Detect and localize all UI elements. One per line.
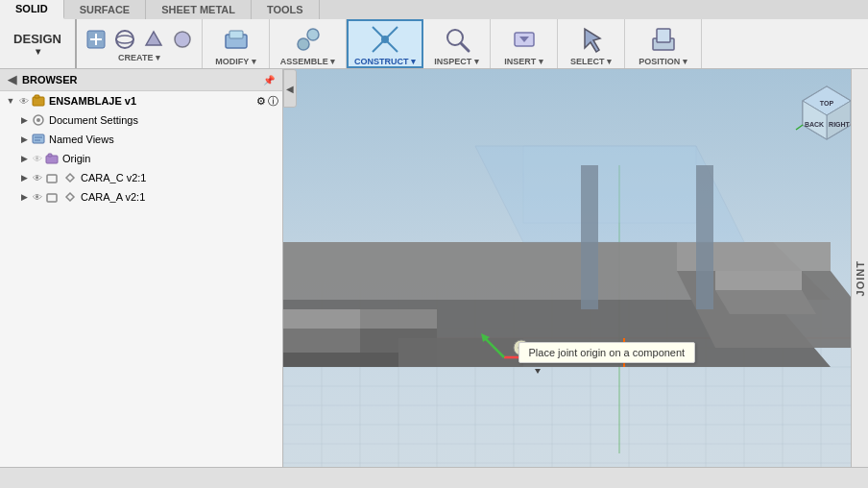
doc-settings-icon	[31, 112, 46, 128]
origin-eye[interactable]: 👁	[31, 154, 44, 164]
cara-c-icon1	[44, 170, 60, 185]
browser-header: ◀ BROWSER 📌	[0, 69, 282, 91]
root-settings[interactable]: ⚙	[256, 95, 266, 108]
select-icon-1[interactable]	[574, 22, 609, 57]
cara-c-label: CARA_C v2:1	[81, 172, 278, 183]
tab-surface[interactable]: SURFACE	[64, 0, 147, 19]
create-icon-4[interactable]	[169, 26, 196, 53]
named-views-label: Named Views	[49, 134, 278, 145]
design-label: DESIGN	[13, 32, 61, 46]
svg-line-96	[796, 125, 803, 130]
mode-tabs-bar: SOLID SURFACE SHEET METAL TOOLS	[0, 0, 868, 19]
svg-text:RIGHT: RIGHT	[829, 121, 851, 128]
create-icon-1[interactable]	[83, 26, 109, 53]
assemble-icons	[291, 22, 326, 57]
inspect-icon-1[interactable]	[440, 22, 474, 57]
modify-icons	[219, 22, 253, 57]
modify-icon-1[interactable]	[219, 22, 253, 57]
assemble-label[interactable]: ASSEMBLE	[280, 57, 336, 66]
browser-collapse-btn[interactable]: ◀	[8, 73, 16, 86]
tree-item-named-views[interactable]: ▶ Named Views	[0, 130, 282, 149]
doc-settings-label: Document Settings	[49, 114, 278, 126]
left-panel-collapse[interactable]: ◀	[283, 69, 297, 108]
assemble-group[interactable]: ASSEMBLE	[270, 19, 347, 68]
browser-pin-btn[interactable]: 📌	[263, 75, 275, 85]
tab-sheet-metal[interactable]: SHEET METAL	[146, 0, 252, 19]
tree-item-root[interactable]: ▼ 👁 ENSAMBLAJE v1 ⚙ ⓘ	[0, 91, 282, 110]
cara-a-icon1	[44, 189, 60, 205]
tree-item-cara-a[interactable]: ▶ 👁 CARA_A v2:1	[0, 187, 282, 207]
svg-point-12	[381, 36, 389, 43]
insert-label[interactable]: INSERT	[504, 57, 543, 66]
cara-c-eye[interactable]: 👁	[31, 173, 44, 183]
position-icon-1[interactable]	[646, 22, 681, 57]
modify-label[interactable]: MODIFY	[215, 57, 255, 66]
root-info[interactable]: ⓘ	[268, 94, 278, 109]
insert-icon-1[interactable]	[507, 22, 542, 57]
joint-panel-label: JOINT	[851, 69, 868, 488]
construct-icons	[368, 22, 402, 57]
modify-group[interactable]: MODIFY	[203, 19, 270, 68]
svg-marker-17	[585, 29, 600, 52]
create-group[interactable]: CREATE	[77, 19, 203, 68]
tab-solid[interactable]: SOLID	[0, 0, 64, 19]
create-icon-3[interactable]	[140, 26, 167, 53]
tab-tools[interactable]: TOOLS	[252, 0, 320, 19]
construct-label[interactable]: CONSTRUCT	[354, 57, 416, 66]
cara-a-eye[interactable]: 👁	[31, 192, 44, 203]
browser-panel: ◀ BROWSER 📌 ▼ 👁 ENSAMBLAJE v1 ⚙ ⓘ ▶ Docu…	[0, 69, 283, 488]
insert-icons	[507, 22, 542, 57]
construct-group[interactable]: CONSTRUCT	[347, 19, 423, 68]
named-views-icon	[31, 132, 46, 147]
tree-item-doc-settings[interactable]: ▶ Document Settings	[0, 110, 282, 130]
root-arrow: ▼	[4, 96, 17, 106]
svg-rect-24	[33, 134, 44, 143]
inspect-label[interactable]: INSPECT	[434, 57, 479, 66]
svg-point-5	[175, 32, 190, 47]
select-icons	[574, 22, 609, 57]
svg-rect-7	[229, 31, 243, 38]
design-menu[interactable]: DESIGN	[0, 19, 77, 68]
browser-header-left: ◀ BROWSER	[8, 73, 77, 86]
svg-point-9	[307, 29, 319, 40]
svg-rect-21	[35, 95, 39, 98]
svg-point-3	[116, 31, 133, 48]
create-icon-2[interactable]	[111, 26, 138, 53]
svg-rect-69	[581, 165, 598, 309]
svg-rect-28	[48, 154, 52, 157]
svg-marker-68	[523, 146, 696, 223]
insert-group[interactable]: INSERT	[491, 19, 558, 68]
3d-viewport[interactable]: Place joint origin on a component RIGHT …	[283, 69, 868, 488]
svg-text:TOP: TOP	[820, 100, 834, 107]
svg-line-14	[461, 43, 469, 51]
construct-icon-1[interactable]	[368, 22, 402, 57]
create-label[interactable]: CREATE	[118, 53, 160, 62]
position-label[interactable]: POSITION	[639, 57, 687, 66]
cara-a-arrow: ▶	[17, 192, 31, 202]
origin-arrow: ▶	[17, 154, 31, 163]
position-group[interactable]: POSITION	[625, 19, 702, 68]
joint-label-text: JOINT	[855, 260, 866, 296]
tree-item-cara-c[interactable]: ▶ 👁 CARA_C v2:1	[0, 168, 282, 187]
inspect-group[interactable]: INSPECT	[423, 19, 491, 68]
svg-point-8	[298, 38, 309, 50]
select-group[interactable]: SELECT	[558, 19, 625, 68]
cara-c-arrow: ▶	[17, 173, 31, 183]
svg-text:BACK: BACK	[805, 121, 824, 128]
named-views-arrow: ▶	[17, 134, 31, 144]
cara-c-icon2	[62, 170, 78, 185]
svg-point-23	[36, 118, 40, 122]
root-eye[interactable]: 👁	[17, 96, 31, 107]
svg-rect-30	[47, 194, 57, 202]
assemble-icon-1[interactable]	[291, 22, 326, 57]
position-icons	[646, 22, 681, 57]
svg-rect-29	[47, 175, 57, 183]
cara-a-label: CARA_A v2:1	[81, 191, 278, 203]
tree-item-origin[interactable]: ▶ 👁 Origin	[0, 149, 282, 168]
root-icon	[31, 93, 46, 109]
inspect-icons	[440, 22, 474, 57]
select-label[interactable]: SELECT	[570, 57, 612, 66]
svg-rect-19	[657, 29, 670, 42]
origin-label: Origin	[62, 153, 278, 164]
cara-a-icon2	[62, 189, 78, 205]
